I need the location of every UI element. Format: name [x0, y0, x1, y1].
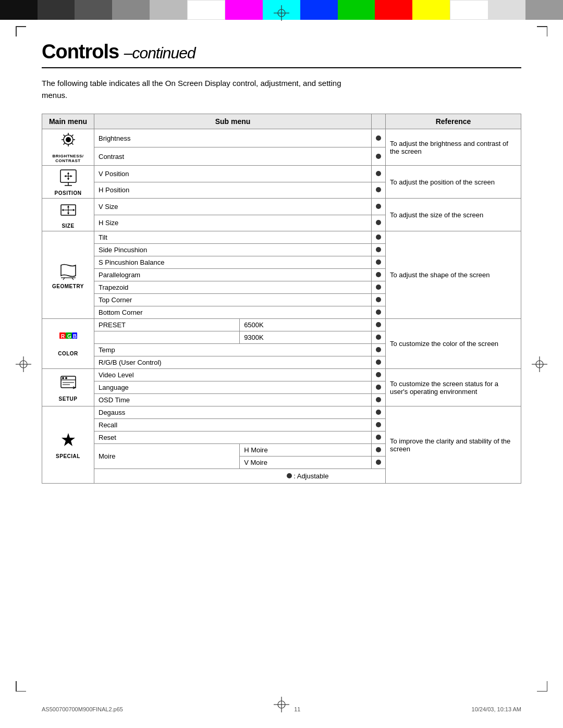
ref-color: To customize the color of the screen [386, 319, 521, 369]
bullet-recall [372, 419, 386, 431]
color-block-magenta [225, 0, 263, 20]
icon-label-geometry: GEOMETRY [46, 283, 90, 289]
bullet-vmoire [372, 456, 386, 469]
svg-marker-53 [62, 433, 75, 446]
icon-size [46, 201, 90, 222]
icon-color: R G B [46, 331, 90, 350]
svg-marker-27 [67, 172, 69, 174]
svg-text:G: G [67, 334, 71, 339]
bullet-bottomcorner [372, 306, 386, 319]
icon-label-brightness: BRIGHTNESS/CONTRAST [46, 154, 90, 163]
filled-circle [376, 135, 381, 141]
footer-timestamp: 10/24/03, 10:13 AM [472, 706, 521, 712]
sub-preset-label2 [94, 331, 240, 344]
svg-marker-34 [73, 209, 75, 211]
sub-recall: Recall [94, 419, 372, 431]
sub-topcorner: Top Corner [94, 294, 372, 306]
icon-label-special: SPECIAL [46, 453, 90, 459]
bullet-reset [372, 431, 386, 444]
icon-label-position: POSITION [46, 190, 90, 196]
svg-point-13 [66, 137, 71, 142]
sub-degauss: Degauss [94, 406, 372, 419]
table-row: R G B COLOR PRESET 6500K To customize th… [42, 319, 521, 331]
color-block-lgray [488, 0, 526, 20]
color-block-gray2 [525, 0, 563, 20]
table-row: POSITION V Position To adjust the positi… [42, 166, 521, 182]
ref-position: To adjust the position of the screen [386, 166, 521, 199]
main-content: Controls –continued The following table … [0, 20, 563, 504]
filled-circle [376, 422, 381, 427]
sub-contrast: Contrast [94, 147, 372, 166]
bullet-tilt [372, 231, 386, 244]
color-block-3 [75, 0, 112, 20]
title-controls: Controls [42, 41, 119, 63]
footer-page-number: 11 [294, 706, 300, 712]
filled-circle [376, 322, 381, 327]
sub-vmoire: V Moire [240, 456, 372, 469]
table-row: SETUP Video Level To customize the scree… [42, 369, 521, 381]
filled-circle [376, 385, 381, 390]
icon-cell-color: R G B COLOR [42, 319, 94, 369]
icon-cell-setup: SETUP [42, 369, 94, 406]
filled-circle [376, 154, 381, 159]
filled-circle [376, 187, 381, 192]
reg-mark-top-center [274, 5, 289, 21]
corner-mark-bl [16, 681, 31, 697]
sub-moire: Moire [94, 444, 240, 469]
svg-point-49 [62, 377, 64, 379]
ref-geometry: To adjust the shape of the screen [386, 231, 521, 319]
sub-vposition: V Position [94, 166, 372, 182]
icon-cell-special: SPECIAL [42, 406, 94, 484]
sub-bottomcorner: Bottom Corner [94, 306, 372, 319]
color-block-4 [112, 0, 150, 20]
sub-language: Language [94, 381, 372, 394]
sub-preset-9300k: 9300K [240, 331, 372, 344]
filled-circle [376, 347, 381, 352]
bullet-brightness [372, 129, 386, 147]
bullet-degauss [372, 406, 386, 419]
svg-marker-28 [67, 178, 69, 180]
svg-text:B: B [73, 334, 77, 339]
filled-circle [376, 435, 381, 440]
bullet-rgb-user [372, 356, 386, 369]
sub-temp: Temp [94, 344, 372, 356]
sub-videolevel: Video Level [94, 369, 372, 381]
svg-marker-37 [67, 213, 69, 215]
icon-label-color: COLOR [46, 351, 90, 356]
filled-circle [376, 410, 381, 415]
sub-hposition: H Position [94, 182, 372, 199]
sub-trapezoid: Trapezoid [94, 281, 372, 294]
svg-marker-30 [70, 175, 72, 177]
page-footer: AS500700700M900FINAL2.p65 11 10/24/03, 1… [0, 706, 563, 712]
bullet-trapezoid [372, 281, 386, 294]
table-row: BRIGHTNESS/CONTRAST Brightness To adjust… [42, 129, 521, 147]
icon-cell-position: POSITION [42, 166, 94, 199]
color-block-6 [187, 0, 226, 20]
filled-circle [376, 460, 381, 465]
svg-line-19 [71, 143, 73, 145]
intro-paragraph: The following table indicates all the On… [42, 78, 365, 101]
filled-circle [376, 235, 381, 240]
icon-setup [46, 374, 90, 395]
bullet-vposition [372, 166, 386, 182]
title-continued: –continued [124, 44, 195, 61]
icon-geometry [46, 261, 90, 282]
svg-marker-36 [67, 205, 69, 207]
ref-setup: To customize the screen status for a use… [386, 369, 521, 406]
color-block-5 [150, 0, 187, 20]
filled-circle [376, 360, 381, 365]
sub-preset-6500k: 6500K [240, 319, 372, 331]
table-row: SPECIAL Degauss To improve the clarity a… [42, 406, 521, 419]
icon-cell-geometry: GEOMETRY [42, 231, 94, 319]
table-row: SIZE V Size To adjust the size of the sc… [42, 199, 521, 215]
filled-circle [376, 297, 381, 302]
sub-parallelogram: Parallelogram [94, 269, 372, 281]
filled-circle [376, 204, 381, 209]
sub-spincushionbalance: S Pincushion Balance [94, 256, 372, 269]
svg-line-20 [71, 135, 73, 137]
bullet-language [372, 381, 386, 394]
sub-preset-label: PRESET [94, 319, 240, 331]
icon-cell-size: SIZE [42, 199, 94, 231]
icon-label-setup: SETUP [46, 396, 90, 402]
bullet-hsize [372, 215, 386, 231]
